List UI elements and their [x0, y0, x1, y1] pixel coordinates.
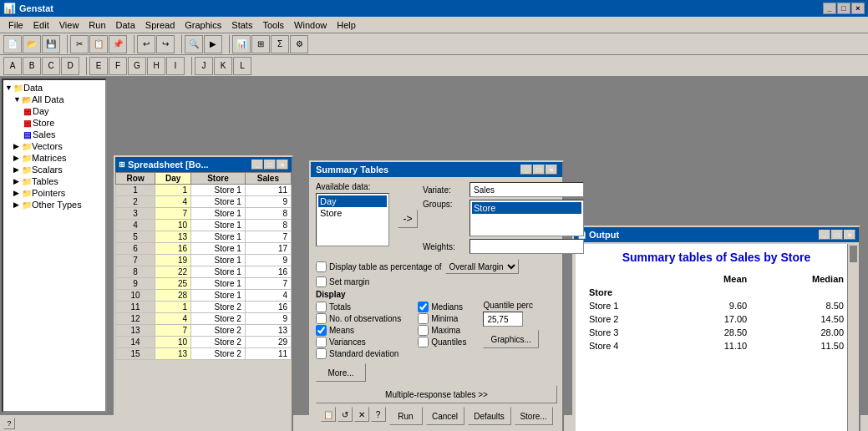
menu-data[interactable]: Data [111, 18, 140, 32]
more-button[interactable]: More... [316, 363, 366, 382]
tree-pointers[interactable]: ▶ 📁 Pointers [5, 187, 104, 199]
menu-view[interactable]: View [54, 18, 84, 32]
medians-checkbox[interactable] [418, 302, 429, 312]
tb2-btn10[interactable]: J [195, 57, 213, 75]
menu-stats[interactable]: Stats [226, 18, 257, 32]
tree-all-data[interactable]: ▼ 📂 All Data [5, 94, 104, 105]
set-margin-checkbox[interactable] [316, 276, 327, 287]
tb2-btn4[interactable]: D [61, 57, 79, 75]
display-pct-label: Display table as percentage of [329, 262, 442, 271]
status-help-btn[interactable]: ? [3, 418, 15, 429]
quantile-input[interactable] [483, 312, 523, 327]
variances-checkbox[interactable] [316, 337, 327, 347]
totals-checkbox[interactable] [316, 302, 327, 312]
tree-scalars[interactable]: ▶ 📁 Scalars [5, 164, 104, 175]
available-data-list[interactable]: Day Store [316, 193, 389, 246]
redo-btn[interactable]: ↪ [156, 35, 175, 53]
available-item-day[interactable]: Day [318, 195, 387, 207]
groups-list[interactable]: Store [470, 200, 584, 236]
margin-dropdown[interactable]: Overall Margin [445, 259, 519, 274]
store-button[interactable]: Store... [515, 407, 553, 425]
tb2-btn3[interactable]: C [42, 57, 60, 75]
variances-label: Variances [329, 337, 366, 347]
tb2-btn11[interactable]: K [214, 57, 232, 75]
menu-run[interactable]: Run [84, 18, 110, 32]
undo-btn[interactable]: ↩ [137, 35, 155, 53]
available-item-store[interactable]: Store [318, 207, 387, 219]
tb2-btn5[interactable]: E [89, 57, 108, 75]
cell-store: Store 1 [191, 255, 246, 266]
paste-btn[interactable]: 📌 [109, 35, 127, 53]
quantiles-checkbox[interactable] [418, 337, 429, 347]
menu-graphics[interactable]: Graphics [180, 18, 226, 32]
tb2-btn12[interactable]: L [233, 57, 251, 75]
menu-tools[interactable]: Tools [257, 18, 289, 32]
multiple-response-button[interactable]: Multiple-response tables >> [316, 385, 557, 403]
std-dev-checkbox[interactable] [316, 348, 327, 359]
tb2-btn9[interactable]: I [166, 57, 185, 75]
open-btn[interactable]: 📂 [23, 35, 41, 53]
find-btn[interactable]: 🔍 [185, 35, 203, 53]
weights-input[interactable] [470, 239, 584, 254]
menu-help[interactable]: Help [332, 18, 361, 32]
dialog-cancel-icon-btn[interactable]: ✕ [354, 407, 369, 422]
no-obs-checkbox[interactable] [316, 313, 327, 324]
cancel-button[interactable]: Cancel [426, 407, 464, 425]
spread-minimize-btn[interactable]: _ [251, 160, 263, 170]
groups-item-store[interactable]: Store [472, 202, 581, 214]
cut-btn[interactable]: ✂ [70, 35, 89, 53]
maxima-checkbox[interactable] [418, 325, 429, 336]
tree-data-root[interactable]: ▼ 📁 Data [5, 82, 104, 94]
output-scrollbar[interactable] [847, 244, 859, 431]
menu-edit[interactable]: Edit [28, 18, 54, 32]
tb2-btn7[interactable]: G [128, 57, 146, 75]
stats-btn[interactable]: Σ [271, 35, 289, 53]
dialog-icon-btn2[interactable]: ↺ [338, 407, 353, 422]
menu-spread[interactable]: Spread [140, 18, 180, 32]
summary-maximize-btn[interactable]: □ [533, 165, 545, 175]
copy-btn[interactable]: 📋 [89, 35, 108, 53]
table-btn[interactable]: ⊞ [251, 35, 270, 53]
tree-vectors[interactable]: ▶ 📁 Vectors [5, 140, 104, 152]
summary-minimize-btn[interactable]: _ [520, 165, 532, 175]
spread-close-btn[interactable]: × [277, 160, 288, 170]
output-minimize-btn[interactable]: _ [819, 230, 830, 240]
save-btn[interactable]: 💾 [42, 35, 60, 53]
menu-window[interactable]: Window [289, 18, 332, 32]
tb2-btn6[interactable]: F [109, 57, 127, 75]
tree-sales[interactable]: ▤ Sales [5, 129, 104, 140]
cell-store: Store 2 [191, 302, 246, 313]
chart-btn[interactable]: 📊 [232, 35, 251, 53]
arrow-button[interactable]: -> [398, 210, 418, 228]
tree-other-types[interactable]: ▶ 📁 Other Types [5, 199, 104, 210]
variate-input[interactable] [470, 182, 584, 197]
close-btn[interactable]: × [851, 3, 865, 14]
run-button[interactable]: Run [389, 407, 423, 425]
graphics-button[interactable]: Graphics... [483, 330, 538, 348]
tree-day[interactable]: ▦ Day [5, 105, 104, 117]
minimize-btn[interactable]: _ [823, 3, 836, 14]
run-btn[interactable]: ▶ [204, 35, 222, 53]
tb2-btn1[interactable]: A [3, 57, 22, 75]
summary-close-btn[interactable]: × [546, 165, 557, 175]
means-checkbox[interactable] [316, 325, 327, 336]
maximize-btn[interactable]: □ [837, 3, 850, 14]
menu-file[interactable]: File [3, 18, 28, 32]
tree-tables[interactable]: ▶ 📁 Tables [5, 175, 104, 187]
app-title: Genstat [19, 3, 53, 13]
new-btn[interactable]: 📄 [3, 35, 22, 53]
dialog-icon-btn1[interactable]: 📋 [321, 407, 336, 422]
output-close-btn[interactable]: × [844, 230, 855, 240]
tree-store[interactable]: ▦ Store [5, 117, 104, 129]
display-pct-checkbox[interactable] [316, 261, 327, 272]
tb2-btn8[interactable]: H [147, 57, 165, 75]
options-btn[interactable]: ⚙ [290, 35, 308, 53]
defaults-button[interactable]: Defaults [468, 407, 511, 425]
minima-checkbox[interactable] [418, 313, 429, 324]
tree-matrices[interactable]: ▶ 📁 Matrices [5, 152, 104, 164]
scroll-thumb[interactable] [850, 246, 857, 262]
dialog-help-btn[interactable]: ? [371, 407, 386, 422]
output-maximize-btn[interactable]: □ [831, 230, 843, 240]
tb2-btn2[interactable]: B [23, 57, 41, 75]
spread-maximize-btn[interactable]: □ [264, 160, 276, 170]
